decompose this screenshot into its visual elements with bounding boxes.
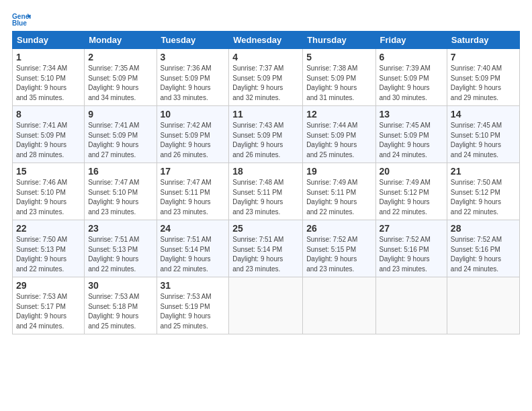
day-number: 5 xyxy=(306,52,371,62)
day-number: 25 xyxy=(232,223,299,234)
calendar-cell: 6Sunrise: 7:39 AMSunset: 5:09 PMDaylight… xyxy=(375,49,447,106)
calendar-cell xyxy=(303,277,375,334)
logo-icon: General Blue xyxy=(12,12,31,27)
day-detail: Sunrise: 7:47 AMSunset: 5:10 PMDaylight:… xyxy=(88,178,152,217)
day-detail: Sunrise: 7:47 AMSunset: 5:11 PMDaylight:… xyxy=(161,178,226,217)
day-detail: Sunrise: 7:51 AMSunset: 5:13 PMDaylight:… xyxy=(88,235,152,274)
day-number: 7 xyxy=(451,52,516,62)
day-number: 30 xyxy=(88,280,152,291)
day-detail: Sunrise: 7:36 AMSunset: 5:09 PMDaylight:… xyxy=(161,64,226,103)
calendar-cell: 3Sunrise: 7:36 AMSunset: 5:09 PMDaylight… xyxy=(157,49,229,106)
calendar-cell: 28Sunrise: 7:52 AMSunset: 5:16 PMDayligh… xyxy=(447,220,519,277)
column-header-thursday: Thursday xyxy=(303,32,375,49)
logo: General Blue xyxy=(12,12,34,27)
day-number: 11 xyxy=(232,109,299,120)
day-number: 4 xyxy=(232,52,299,62)
day-number: 6 xyxy=(380,52,443,62)
calendar-cell: 2Sunrise: 7:35 AMSunset: 5:09 PMDaylight… xyxy=(85,49,157,106)
day-detail: Sunrise: 7:45 AMSunset: 5:09 PMDaylight:… xyxy=(380,121,443,160)
calendar-cell xyxy=(229,277,303,334)
calendar-cell: 17Sunrise: 7:47 AMSunset: 5:11 PMDayligh… xyxy=(157,163,229,220)
column-header-wednesday: Wednesday xyxy=(229,32,303,49)
day-number: 13 xyxy=(380,109,443,120)
calendar-cell: 13Sunrise: 7:45 AMSunset: 5:09 PMDayligh… xyxy=(375,106,447,163)
day-detail: Sunrise: 7:49 AMSunset: 5:11 PMDaylight:… xyxy=(306,178,371,217)
calendar-cell: 20Sunrise: 7:49 AMSunset: 5:12 PMDayligh… xyxy=(375,163,447,220)
day-detail: Sunrise: 7:53 AMSunset: 5:17 PMDaylight:… xyxy=(16,292,81,331)
calendar-cell: 10Sunrise: 7:42 AMSunset: 5:09 PMDayligh… xyxy=(157,106,229,163)
day-number: 23 xyxy=(88,223,152,234)
day-number: 12 xyxy=(306,109,371,120)
day-detail: Sunrise: 7:49 AMSunset: 5:12 PMDaylight:… xyxy=(380,178,443,217)
calendar-cell: 31Sunrise: 7:53 AMSunset: 5:19 PMDayligh… xyxy=(157,277,229,334)
day-number: 27 xyxy=(380,223,443,234)
day-number: 21 xyxy=(451,166,516,177)
svg-text:Blue: Blue xyxy=(12,19,27,27)
day-number: 15 xyxy=(16,166,81,177)
day-number: 10 xyxy=(161,109,226,120)
day-detail: Sunrise: 7:52 AMSunset: 5:16 PMDaylight:… xyxy=(451,235,516,274)
day-number: 8 xyxy=(16,109,81,120)
day-number: 29 xyxy=(16,280,81,291)
day-number: 26 xyxy=(306,223,371,234)
calendar-cell xyxy=(375,277,447,334)
day-detail: Sunrise: 7:53 AMSunset: 5:19 PMDaylight:… xyxy=(161,292,226,331)
day-number: 9 xyxy=(88,109,152,120)
column-header-friday: Friday xyxy=(375,32,447,49)
day-number: 18 xyxy=(232,166,299,177)
calendar-cell: 11Sunrise: 7:43 AMSunset: 5:09 PMDayligh… xyxy=(229,106,303,163)
calendar-cell: 16Sunrise: 7:47 AMSunset: 5:10 PMDayligh… xyxy=(85,163,157,220)
calendar-cell: 29Sunrise: 7:53 AMSunset: 5:17 PMDayligh… xyxy=(13,277,85,334)
day-detail: Sunrise: 7:40 AMSunset: 5:09 PMDaylight:… xyxy=(451,64,516,103)
day-number: 16 xyxy=(88,166,152,177)
calendar-cell: 9Sunrise: 7:41 AMSunset: 5:09 PMDaylight… xyxy=(85,106,157,163)
day-detail: Sunrise: 7:38 AMSunset: 5:09 PMDaylight:… xyxy=(306,64,371,103)
calendar-cell: 25Sunrise: 7:51 AMSunset: 5:14 PMDayligh… xyxy=(229,220,303,277)
calendar-cell: 23Sunrise: 7:51 AMSunset: 5:13 PMDayligh… xyxy=(85,220,157,277)
day-detail: Sunrise: 7:34 AMSunset: 5:10 PMDaylight:… xyxy=(16,64,81,103)
day-number: 2 xyxy=(88,52,152,62)
column-header-sunday: Sunday xyxy=(13,32,85,49)
day-number: 17 xyxy=(161,166,226,177)
day-detail: Sunrise: 7:39 AMSunset: 5:09 PMDaylight:… xyxy=(380,64,443,103)
day-number: 1 xyxy=(16,52,81,62)
day-number: 22 xyxy=(16,223,81,234)
calendar-cell: 15Sunrise: 7:46 AMSunset: 5:10 PMDayligh… xyxy=(13,163,85,220)
day-detail: Sunrise: 7:41 AMSunset: 5:09 PMDaylight:… xyxy=(16,121,81,160)
day-detail: Sunrise: 7:51 AMSunset: 5:14 PMDaylight:… xyxy=(232,235,299,274)
calendar-cell: 14Sunrise: 7:45 AMSunset: 5:10 PMDayligh… xyxy=(447,106,519,163)
day-detail: Sunrise: 7:42 AMSunset: 5:09 PMDaylight:… xyxy=(161,121,226,160)
column-header-tuesday: Tuesday xyxy=(157,32,229,49)
day-detail: Sunrise: 7:52 AMSunset: 5:16 PMDaylight:… xyxy=(380,235,443,274)
day-detail: Sunrise: 7:46 AMSunset: 5:10 PMDaylight:… xyxy=(16,178,81,217)
day-detail: Sunrise: 7:48 AMSunset: 5:11 PMDaylight:… xyxy=(232,178,299,217)
day-detail: Sunrise: 7:44 AMSunset: 5:09 PMDaylight:… xyxy=(306,121,371,160)
day-detail: Sunrise: 7:37 AMSunset: 5:09 PMDaylight:… xyxy=(232,64,299,103)
calendar-cell: 18Sunrise: 7:48 AMSunset: 5:11 PMDayligh… xyxy=(229,163,303,220)
column-header-saturday: Saturday xyxy=(447,32,519,49)
day-detail: Sunrise: 7:51 AMSunset: 5:14 PMDaylight:… xyxy=(161,235,226,274)
day-detail: Sunrise: 7:43 AMSunset: 5:09 PMDaylight:… xyxy=(232,121,299,160)
calendar-cell: 1Sunrise: 7:34 AMSunset: 5:10 PMDaylight… xyxy=(13,49,85,106)
day-detail: Sunrise: 7:53 AMSunset: 5:18 PMDaylight:… xyxy=(88,292,152,331)
calendar-cell: 26Sunrise: 7:52 AMSunset: 5:15 PMDayligh… xyxy=(303,220,375,277)
calendar-cell: 5Sunrise: 7:38 AMSunset: 5:09 PMDaylight… xyxy=(303,49,375,106)
calendar-cell: 30Sunrise: 7:53 AMSunset: 5:18 PMDayligh… xyxy=(85,277,157,334)
day-number: 3 xyxy=(161,52,226,62)
calendar-cell: 21Sunrise: 7:50 AMSunset: 5:12 PMDayligh… xyxy=(447,163,519,220)
calendar-cell: 4Sunrise: 7:37 AMSunset: 5:09 PMDaylight… xyxy=(229,49,303,106)
calendar-cell: 19Sunrise: 7:49 AMSunset: 5:11 PMDayligh… xyxy=(303,163,375,220)
calendar-cell: 27Sunrise: 7:52 AMSunset: 5:16 PMDayligh… xyxy=(375,220,447,277)
calendar-cell: 8Sunrise: 7:41 AMSunset: 5:09 PMDaylight… xyxy=(13,106,85,163)
day-number: 19 xyxy=(306,166,371,177)
day-detail: Sunrise: 7:50 AMSunset: 5:12 PMDaylight:… xyxy=(451,178,516,217)
calendar-cell: 12Sunrise: 7:44 AMSunset: 5:09 PMDayligh… xyxy=(303,106,375,163)
day-detail: Sunrise: 7:50 AMSunset: 5:13 PMDaylight:… xyxy=(16,235,81,274)
day-detail: Sunrise: 7:52 AMSunset: 5:15 PMDaylight:… xyxy=(306,235,371,274)
calendar-cell: 24Sunrise: 7:51 AMSunset: 5:14 PMDayligh… xyxy=(157,220,229,277)
day-detail: Sunrise: 7:41 AMSunset: 5:09 PMDaylight:… xyxy=(88,121,152,160)
day-number: 28 xyxy=(451,223,516,234)
day-number: 24 xyxy=(161,223,226,234)
page-header: General Blue xyxy=(12,12,520,27)
column-header-monday: Monday xyxy=(85,32,157,49)
